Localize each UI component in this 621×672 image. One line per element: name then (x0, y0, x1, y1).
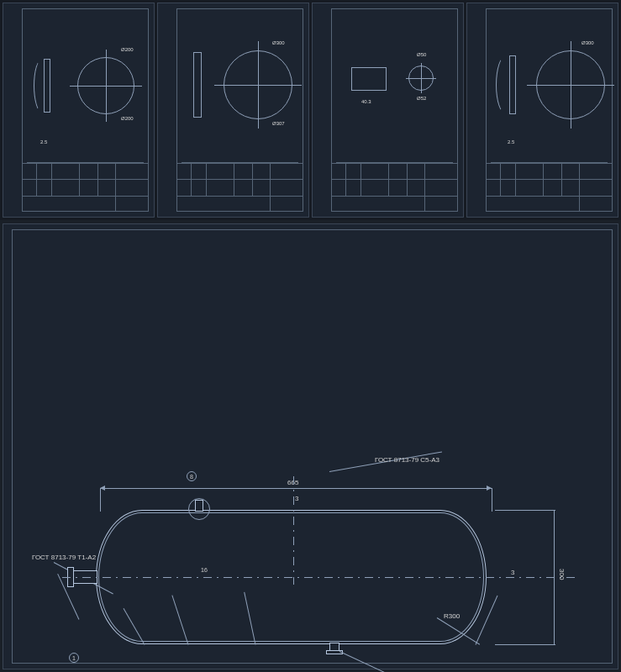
sheet-drawing-4: Ø300 2.5 (491, 15, 608, 163)
ext-top-dia (495, 510, 555, 511)
sheet-drawing-1: Ø200 Ø200 2.5 (27, 15, 144, 163)
ext-line-l (100, 488, 101, 512)
thumb-sheet-3[interactable]: Ø50 Ø52 40.3 (312, 3, 464, 218)
rect-side-view (351, 67, 387, 91)
dim-od: Ø200 (121, 47, 134, 52)
dim-od: Ø300 (272, 40, 285, 45)
thumbnail-sheets-row: Ø200 Ø200 2.5 Ø300 Ø307 Ø50 (0, 0, 621, 220)
dim-th: 2.5 (40, 139, 47, 144)
circle-front-view (536, 50, 605, 119)
thumb-sheet-4[interactable]: Ø300 2.5 (466, 3, 618, 218)
dim-od: Ø50 (417, 52, 426, 57)
dim-rect-w: 40.3 (361, 99, 371, 104)
sheet-drawing-3: Ø50 Ø52 40.3 (336, 15, 453, 163)
main-drawing-sheet[interactable]: 665 3 ГОСТ 8713-79 С5-А3 ГОСТ 8713-79 Т1… (3, 223, 618, 669)
circle-front-view (77, 57, 134, 114)
radius-value: R300 (444, 612, 460, 620)
centerline-horizontal (62, 577, 576, 578)
balloon-8: 8 (187, 471, 197, 481)
title-block (486, 163, 613, 212)
detail-circle-b (188, 498, 210, 520)
neck-dim: 16 (201, 567, 208, 573)
dim-length (100, 488, 492, 489)
weld-callout-left: ГОСТ 8713-79 Т1-А2 (32, 554, 96, 561)
circle-front-view (408, 66, 434, 91)
flange-side-view (193, 52, 202, 118)
title-block (22, 163, 149, 212)
dim-th: 2.5 (508, 139, 514, 144)
shell-th-right: 3 (511, 569, 514, 576)
dim-dia-line (554, 510, 555, 644)
ext-line-r (492, 488, 492, 512)
dim-flange: Ø307 (272, 121, 285, 126)
title-block (331, 163, 458, 212)
title-block (176, 163, 303, 212)
ext-bot-dia (495, 644, 555, 645)
balloon-1: 1 (69, 653, 79, 663)
dim-od: Ø300 (582, 40, 594, 45)
dim-flange: Ø52 (417, 96, 426, 101)
weld-callout-top-right: ГОСТ 8713-79 С5-А3 (375, 456, 439, 464)
dim-flange: Ø200 (121, 116, 134, 121)
sheet-drawing-2: Ø300 Ø307 (182, 15, 298, 163)
centerline-vertical (293, 476, 294, 585)
dim-shell-th: 3 (295, 495, 298, 502)
flange-side-view (44, 59, 50, 113)
thumb-sheet-1[interactable]: Ø200 Ø200 2.5 (3, 3, 155, 218)
dim-diameter: 300 (558, 569, 566, 580)
flange-side-view (509, 55, 516, 114)
circle-front-view (224, 50, 292, 119)
thumb-sheet-2[interactable]: Ø300 Ø307 (157, 3, 309, 218)
